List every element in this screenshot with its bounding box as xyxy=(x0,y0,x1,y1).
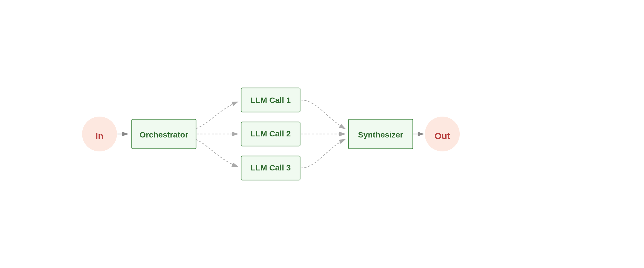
llm3-label: LLM Call 3 xyxy=(250,163,290,172)
arrow-orch-to-llm1 xyxy=(196,102,238,129)
arrow-llm3-to-synth xyxy=(301,139,345,168)
in-label: In xyxy=(95,131,103,141)
llm2-label: LLM Call 2 xyxy=(250,129,290,138)
diagram-container: In Orchestrator LLM Call 1 LLM Call 2 LL… xyxy=(0,0,644,268)
llm1-label: LLM Call 1 xyxy=(250,96,290,105)
out-label: Out xyxy=(434,131,450,141)
arrow-llm1-to-synth xyxy=(301,100,345,129)
arrow-orch-to-llm3 xyxy=(196,139,238,167)
orchestrator-label: Orchestrator xyxy=(139,130,188,139)
synthesizer-label: Synthesizer xyxy=(358,130,403,139)
